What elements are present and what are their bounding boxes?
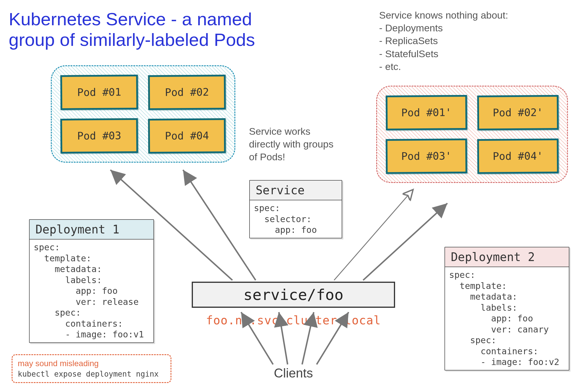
pod-box: Pod #04' — [477, 139, 558, 174]
arrow-service-to-red-2 — [363, 203, 447, 280]
pod-box: Pod #02 — [148, 75, 226, 110]
service-spec-body: spec: selector: app: foo — [250, 200, 342, 238]
pod-box: Pod #04 — [148, 118, 226, 153]
service-spec-card: Service spec: selector: app: foo — [249, 180, 342, 238]
service-works-with-pods-note: Service works directly with groups of Po… — [249, 125, 336, 163]
deployment-1-title: Deployment 1 — [30, 220, 153, 240]
pod-group-canary: Pod #01' Pod #02' Pod #03' Pod #04' — [376, 86, 568, 183]
pod-box: Pod #01' — [386, 95, 467, 130]
service-spec-title: Service — [250, 181, 342, 200]
footnote-misleading: may sound misleading kubectl expose depl… — [12, 354, 171, 383]
deployment-2-spec: spec: template: metadata: labels: app: f… — [445, 267, 569, 370]
footnote-warn: may sound misleading — [18, 358, 165, 369]
service-dns-name: foo.ns.svc.cluster.local — [198, 314, 389, 327]
pod-box: Pod #02' — [477, 95, 558, 130]
arrow-service-to-blue-2 — [183, 170, 256, 280]
pod-box: Pod #03 — [60, 118, 138, 153]
deployment-1-spec: spec: template: metadata: labels: app: f… — [30, 240, 153, 342]
deployment-2-title: Deployment 2 — [445, 247, 569, 267]
service-foo-box: service/foo — [192, 282, 395, 308]
diagram-title: Kubernetes Service - a named group of si… — [9, 9, 276, 50]
clients-label: Clients — [256, 366, 331, 380]
service-knows-nothing-note: Service knows nothing about: - Deploymen… — [379, 9, 568, 73]
footnote-cmd: kubectl expose deployment nginx — [18, 369, 165, 379]
pod-box: Pod #03' — [386, 139, 467, 174]
pod-group-release: Pod #01 Pod #02 Pod #03 Pod #04 — [51, 65, 235, 163]
deployment-1-card: Deployment 1 spec: template: metadata: l… — [29, 219, 154, 343]
pod-box: Pod #01 — [60, 75, 138, 110]
arrow-service-to-red-1 — [334, 190, 413, 280]
deployment-2-card: Deployment 2 spec: template: metadata: l… — [444, 247, 569, 371]
